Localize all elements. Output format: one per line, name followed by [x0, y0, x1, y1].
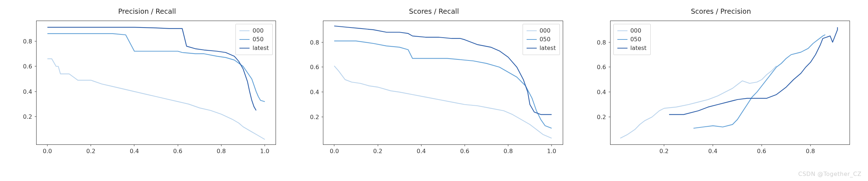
series-line — [47, 27, 256, 110]
series-line — [669, 27, 838, 114]
legend-label: 000 — [252, 26, 264, 35]
legend-swatch — [527, 30, 537, 31]
legend-swatch — [239, 30, 250, 31]
legend-entry: latest — [527, 44, 556, 52]
y-tick-label: 0.2 — [23, 113, 32, 120]
x-tick-label: 0.2 — [659, 148, 668, 155]
figure: Precision / Recall0.00.20.40.60.81.00.20… — [0, 0, 868, 181]
legend-entry: 050 — [239, 35, 269, 44]
legend-label: latest — [630, 44, 647, 52]
series-line — [47, 34, 265, 102]
x-tick-label: 0.0 — [330, 148, 339, 155]
x-tick-label: 1.0 — [260, 148, 269, 155]
x-tick-label: 0.8 — [217, 148, 226, 155]
x-tick-label: 0.4 — [130, 148, 139, 155]
series-line — [334, 41, 552, 128]
y-tick-label: 0.8 — [310, 39, 319, 46]
legend-entry: 000 — [527, 26, 556, 35]
axes: 0.00.20.40.60.81.00.20.40.60.8000050late… — [36, 21, 276, 145]
legend-label: 050 — [540, 35, 551, 44]
legend: 000050latest — [613, 24, 651, 55]
x-tick-label: 0.2 — [86, 148, 95, 155]
axes: 0.20.40.60.80.20.40.60.8000050latest — [610, 21, 850, 145]
y-tick-label: 0.8 — [23, 38, 32, 45]
y-tick-label: 0.4 — [23, 88, 32, 95]
series-line — [693, 35, 825, 128]
legend-label: latest — [252, 44, 269, 52]
x-tick-label: 0.6 — [173, 148, 182, 155]
legend-swatch — [527, 48, 537, 49]
legend-label: 000 — [630, 26, 642, 35]
y-tick-label: 0.6 — [23, 63, 32, 70]
x-tick-label: 0.6 — [757, 148, 766, 155]
chart-panel: Scores / Precision0.20.40.60.80.20.40.60… — [588, 7, 854, 159]
axes: 0.00.20.40.60.81.00.20.40.60.8000050late… — [323, 21, 563, 145]
chart-panel: Precision / Recall0.00.20.40.60.81.00.20… — [14, 7, 280, 159]
legend-swatch — [527, 39, 537, 40]
x-tick-label: 0.6 — [460, 148, 469, 155]
legend-entry: 000 — [239, 26, 269, 35]
legend: 000050latest — [235, 24, 273, 55]
legend-swatch — [239, 39, 250, 40]
chart-title: Scores / Recall — [301, 7, 566, 16]
chart-title: Scores / Precision — [588, 7, 854, 16]
x-tick-label: 1.0 — [547, 148, 556, 155]
x-tick-label: 0.2 — [373, 148, 382, 155]
y-tick-label: 0.6 — [310, 64, 319, 71]
y-tick-label: 0.6 — [597, 64, 606, 71]
y-tick-label: 0.4 — [310, 89, 319, 96]
watermark: CSDN @Together_CZ — [798, 171, 861, 177]
legend-entry: latest — [239, 44, 269, 52]
y-tick-label: 0.2 — [597, 114, 606, 121]
x-tick-label: 0.8 — [806, 148, 815, 155]
legend-entry: latest — [617, 44, 647, 52]
legend-label: 050 — [252, 35, 264, 44]
legend-entry: 000 — [617, 26, 647, 35]
series-line — [334, 66, 552, 138]
legend-swatch — [617, 39, 627, 40]
legend-swatch — [239, 48, 250, 49]
legend-entry: 050 — [527, 35, 556, 44]
y-tick-label: 0.4 — [597, 89, 606, 96]
chart-title: Precision / Recall — [14, 7, 280, 16]
chart-panel: Scores / Recall0.00.20.40.60.81.00.20.40… — [301, 7, 566, 159]
x-tick-label: 0.4 — [708, 148, 717, 155]
x-tick-label: 0.4 — [417, 148, 426, 155]
legend-label: latest — [540, 44, 556, 52]
legend-entry: 050 — [617, 35, 647, 44]
series-line — [334, 26, 552, 115]
x-tick-label: 0.8 — [503, 148, 512, 155]
x-tick-label: 0.0 — [43, 148, 52, 155]
y-tick-label: 0.2 — [310, 114, 319, 121]
legend-swatch — [617, 48, 627, 49]
y-tick-label: 0.8 — [597, 39, 606, 46]
legend-label: 000 — [540, 26, 551, 35]
series-line — [47, 59, 265, 139]
legend-swatch — [617, 30, 627, 31]
legend: 000050latest — [523, 24, 560, 55]
legend-label: 050 — [630, 35, 642, 44]
